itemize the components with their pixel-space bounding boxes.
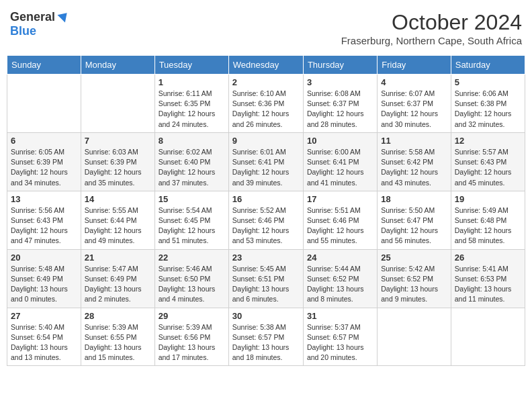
calendar-cell: 18Sunrise: 5:50 AM Sunset: 6:47 PM Dayli… [378, 191, 451, 249]
calendar-cell: 10Sunrise: 6:00 AM Sunset: 6:41 PM Dayli… [303, 132, 377, 191]
calendar-cell: 7Sunrise: 6:03 AM Sunset: 6:39 PM Daylig… [81, 132, 154, 191]
day-number: 21 [85, 253, 151, 263]
calendar-week-row: 6Sunrise: 6:05 AM Sunset: 6:39 PM Daylig… [7, 132, 525, 191]
day-number: 2 [232, 77, 300, 87]
day-number: 29 [159, 311, 225, 321]
day-number: 7 [85, 136, 151, 146]
calendar-cell: 8Sunrise: 6:02 AM Sunset: 6:40 PM Daylig… [154, 132, 228, 191]
weekday-header: Sunday [7, 56, 81, 75]
logo: General Blue [10, 10, 70, 38]
day-number: 14 [85, 194, 151, 204]
day-info: Sunrise: 6:03 AM Sunset: 6:39 PM Dayligh… [85, 147, 151, 188]
day-info: Sunrise: 5:51 AM Sunset: 6:46 PM Dayligh… [307, 205, 373, 246]
calendar-cell: 2Sunrise: 6:10 AM Sunset: 6:36 PM Daylig… [228, 75, 303, 133]
calendar-cell [451, 308, 525, 366]
day-info: Sunrise: 5:55 AM Sunset: 6:44 PM Dayligh… [85, 205, 151, 246]
calendar-cell: 14Sunrise: 5:55 AM Sunset: 6:44 PM Dayli… [81, 191, 154, 249]
day-info: Sunrise: 6:00 AM Sunset: 6:41 PM Dayligh… [307, 147, 373, 188]
day-info: Sunrise: 5:37 AM Sunset: 6:57 PM Dayligh… [307, 322, 373, 363]
calendar-header-row: SundayMondayTuesdayWednesdayThursdayFrid… [7, 56, 525, 75]
calendar-week-row: 27Sunrise: 5:40 AM Sunset: 6:54 PM Dayli… [7, 308, 525, 366]
weekday-header: Tuesday [154, 56, 228, 75]
day-info: Sunrise: 5:47 AM Sunset: 6:49 PM Dayligh… [85, 264, 151, 305]
month-title: October 2024 [341, 10, 522, 35]
calendar-cell: 20Sunrise: 5:48 AM Sunset: 6:49 PM Dayli… [7, 249, 81, 308]
day-number: 1 [159, 77, 225, 87]
day-number: 6 [11, 136, 77, 146]
calendar-cell: 23Sunrise: 5:45 AM Sunset: 6:51 PM Dayli… [228, 249, 303, 308]
calendar-cell: 19Sunrise: 5:49 AM Sunset: 6:48 PM Dayli… [451, 191, 525, 249]
day-number: 18 [381, 194, 447, 204]
calendar-cell: 11Sunrise: 5:58 AM Sunset: 6:42 PM Dayli… [378, 132, 451, 191]
day-number: 27 [11, 311, 77, 321]
page-header: General Blue October 2024 Fraserburg, No… [7, 7, 525, 50]
calendar-cell: 26Sunrise: 5:41 AM Sunset: 6:53 PM Dayli… [451, 249, 525, 308]
calendar-cell: 25Sunrise: 5:42 AM Sunset: 6:52 PM Dayli… [378, 249, 451, 308]
day-number: 25 [381, 253, 447, 263]
day-info: Sunrise: 6:05 AM Sunset: 6:39 PM Dayligh… [11, 147, 77, 188]
day-number: 28 [85, 311, 151, 321]
day-info: Sunrise: 6:02 AM Sunset: 6:40 PM Dayligh… [159, 147, 225, 188]
day-info: Sunrise: 6:01 AM Sunset: 6:41 PM Dayligh… [232, 147, 300, 188]
weekday-header: Saturday [451, 56, 525, 75]
day-number: 26 [455, 253, 521, 263]
day-number: 4 [381, 77, 447, 87]
day-info: Sunrise: 6:06 AM Sunset: 6:38 PM Dayligh… [455, 89, 521, 130]
calendar-cell: 22Sunrise: 5:46 AM Sunset: 6:50 PM Dayli… [154, 249, 228, 308]
calendar-cell [7, 75, 81, 133]
calendar-cell: 28Sunrise: 5:39 AM Sunset: 6:55 PM Dayli… [81, 308, 154, 366]
day-number: 22 [159, 253, 225, 263]
calendar-cell: 15Sunrise: 5:54 AM Sunset: 6:45 PM Dayli… [154, 191, 228, 249]
day-number: 8 [159, 136, 225, 146]
day-number: 16 [232, 194, 300, 204]
day-info: Sunrise: 5:45 AM Sunset: 6:51 PM Dayligh… [232, 264, 300, 305]
day-info: Sunrise: 5:41 AM Sunset: 6:53 PM Dayligh… [455, 264, 521, 305]
calendar-table: SundayMondayTuesdayWednesdayThursdayFrid… [7, 55, 525, 366]
calendar-cell: 5Sunrise: 6:06 AM Sunset: 6:38 PM Daylig… [451, 75, 525, 133]
day-info: Sunrise: 5:57 AM Sunset: 6:43 PM Dayligh… [455, 147, 521, 188]
weekday-header: Wednesday [228, 56, 303, 75]
day-number: 23 [232, 253, 300, 263]
calendar-week-row: 13Sunrise: 5:56 AM Sunset: 6:43 PM Dayli… [7, 191, 525, 249]
day-info: Sunrise: 5:49 AM Sunset: 6:48 PM Dayligh… [455, 205, 521, 246]
location-title: Fraserburg, Northern Cape, South Africa [341, 35, 522, 46]
day-info: Sunrise: 5:50 AM Sunset: 6:47 PM Dayligh… [381, 205, 447, 246]
calendar-cell: 3Sunrise: 6:08 AM Sunset: 6:37 PM Daylig… [303, 75, 377, 133]
day-info: Sunrise: 5:39 AM Sunset: 6:55 PM Dayligh… [85, 322, 151, 363]
calendar-cell: 4Sunrise: 6:07 AM Sunset: 6:37 PM Daylig… [378, 75, 451, 133]
calendar-cell: 30Sunrise: 5:38 AM Sunset: 6:57 PM Dayli… [228, 308, 303, 366]
day-number: 20 [11, 253, 77, 263]
calendar-cell: 31Sunrise: 5:37 AM Sunset: 6:57 PM Dayli… [303, 308, 377, 366]
calendar-cell: 29Sunrise: 5:39 AM Sunset: 6:56 PM Dayli… [154, 308, 228, 366]
weekday-header: Friday [378, 56, 451, 75]
day-info: Sunrise: 6:11 AM Sunset: 6:35 PM Dayligh… [159, 89, 225, 130]
day-info: Sunrise: 5:58 AM Sunset: 6:42 PM Dayligh… [381, 147, 447, 188]
calendar-cell: 17Sunrise: 5:51 AM Sunset: 6:46 PM Dayli… [303, 191, 377, 249]
weekday-header: Monday [81, 56, 154, 75]
logo-general-text: General [10, 10, 55, 24]
day-number: 30 [232, 311, 300, 321]
day-number: 31 [307, 311, 373, 321]
calendar-cell: 13Sunrise: 5:56 AM Sunset: 6:43 PM Dayli… [7, 191, 81, 249]
day-number: 15 [159, 194, 225, 204]
day-number: 19 [455, 194, 521, 204]
day-info: Sunrise: 5:39 AM Sunset: 6:56 PM Dayligh… [159, 322, 225, 363]
calendar-cell [81, 75, 154, 133]
logo-icon [56, 10, 70, 24]
day-number: 17 [307, 194, 373, 204]
day-number: 9 [232, 136, 300, 146]
day-info: Sunrise: 5:38 AM Sunset: 6:57 PM Dayligh… [232, 322, 300, 363]
calendar-week-row: 20Sunrise: 5:48 AM Sunset: 6:49 PM Dayli… [7, 249, 525, 308]
day-info: Sunrise: 5:44 AM Sunset: 6:52 PM Dayligh… [307, 264, 373, 305]
calendar-week-row: 1Sunrise: 6:11 AM Sunset: 6:35 PM Daylig… [7, 75, 525, 133]
day-number: 12 [455, 136, 521, 146]
calendar-cell: 16Sunrise: 5:52 AM Sunset: 6:46 PM Dayli… [228, 191, 303, 249]
day-info: Sunrise: 5:52 AM Sunset: 6:46 PM Dayligh… [232, 205, 300, 246]
day-number: 13 [11, 194, 77, 204]
calendar-cell: 1Sunrise: 6:11 AM Sunset: 6:35 PM Daylig… [154, 75, 228, 133]
svg-marker-0 [58, 10, 70, 22]
calendar-cell: 12Sunrise: 5:57 AM Sunset: 6:43 PM Dayli… [451, 132, 525, 191]
calendar-cell: 27Sunrise: 5:40 AM Sunset: 6:54 PM Dayli… [7, 308, 81, 366]
logo-blue-text: Blue [10, 24, 36, 38]
day-info: Sunrise: 5:46 AM Sunset: 6:50 PM Dayligh… [159, 264, 225, 305]
